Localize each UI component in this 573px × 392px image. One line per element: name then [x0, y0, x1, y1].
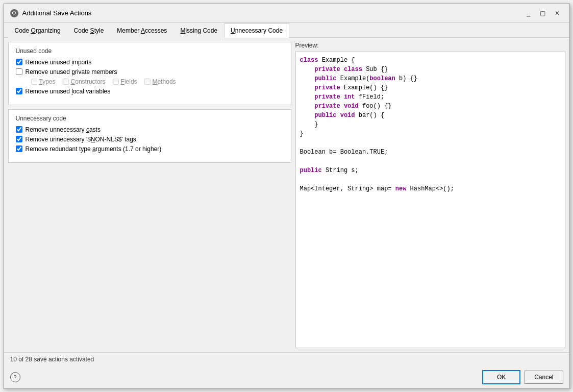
content-area: Unused code Remove unused imports Remove… [4, 38, 569, 352]
minimize-button[interactable]: ⎯ [522, 8, 535, 18]
code-line: public Example(boolean b) {} [300, 74, 561, 83]
button-bar-left: ? [10, 372, 479, 382]
remove-unused-imports-checkbox[interactable] [16, 59, 22, 65]
unused-code-title: Unused code [16, 47, 284, 55]
remove-unused-local-variables-label: Remove unused local variables [26, 88, 111, 95]
remove-unused-private-members-row: Remove unused private members [16, 68, 284, 76]
remove-redundant-type-row: Remove redundant type arguments (1.7 or … [16, 145, 284, 153]
remove-unused-imports-label: Remove unused imports [26, 59, 92, 66]
dialog: ⚙ Additional Save Actions ⎯ ▢ ✕ Code Org… [4, 4, 570, 389]
code-preview[interactable]: class Example { private class Sub {} pub… [295, 51, 565, 348]
remove-unused-private-members-label: Remove unused private members [26, 68, 117, 76]
code-line [300, 175, 561, 184]
code-line: private Example() {} [300, 83, 561, 92]
code-line: private void foo() {} [300, 102, 561, 111]
code-line: } [300, 120, 561, 129]
code-line: private int fField; [300, 92, 561, 102]
tab-code-style[interactable]: Code Style [67, 23, 111, 38]
code-line: public void bar() { [300, 111, 561, 120]
tab-unnecessary-code[interactable]: Unnecessary Code [224, 23, 289, 38]
remove-redundant-type-label: Remove redundant type arguments (1.7 or … [26, 145, 162, 153]
code-line: } [300, 129, 561, 138]
code-line: private class Sub {} [300, 65, 561, 74]
remove-unnecessary-nls-label: Remove unnecessary '$NON-NLS$' tags [26, 136, 136, 143]
types-checkbox[interactable] [31, 79, 37, 85]
code-line [300, 157, 561, 166]
close-button[interactable]: ✕ [551, 8, 563, 18]
tab-code-organizing[interactable]: Code Organizing [8, 23, 67, 38]
app-icon: ⚙ [10, 9, 18, 17]
remove-unused-local-variables-checkbox[interactable] [16, 88, 22, 94]
remove-unnecessary-casts-checkbox[interactable] [16, 126, 22, 133]
sub-options: Types Constructors Fields Methods [31, 78, 284, 85]
tab-missing-code[interactable]: Missing Code [173, 23, 224, 38]
button-bar: ? OK Cancel [4, 366, 569, 388]
remove-unnecessary-casts-label: Remove unnecessary casts [26, 126, 101, 133]
unnecessary-code-section: Unnecessary code Remove unnecessary cast… [8, 109, 291, 163]
title-bar-controls: ⎯ ▢ ✕ [522, 8, 563, 18]
preview-label: Preview: [295, 42, 565, 49]
methods-checkbox[interactable] [144, 79, 151, 85]
types-suboption: Types [31, 78, 56, 85]
unused-code-section: Unused code Remove unused imports Remove… [8, 42, 291, 105]
cancel-button[interactable]: Cancel [525, 371, 563, 384]
remove-unused-local-variables-row: Remove unused local variables [16, 88, 284, 95]
code-line: public String s; [300, 166, 561, 175]
remove-unused-private-members-checkbox[interactable] [16, 68, 22, 75]
right-panel: Preview: class Example { private class S… [295, 42, 565, 348]
constructors-checkbox[interactable] [63, 79, 69, 85]
remove-unnecessary-nls-row: Remove unnecessary '$NON-NLS$' tags [16, 136, 284, 143]
tab-member-accesses[interactable]: Member Accesses [110, 23, 173, 38]
code-line: Boolean b= Boolean.TRUE; [300, 148, 561, 157]
constructors-label: Constructors [71, 78, 106, 85]
title-bar-left: ⚙ Additional Save Actions [10, 9, 92, 17]
maximize-button[interactable]: ▢ [537, 8, 549, 18]
title-bar: ⚙ Additional Save Actions ⎯ ▢ ✕ [4, 4, 569, 23]
dialog-title: Additional Save Actions [22, 9, 92, 17]
types-label: Types [39, 78, 56, 85]
unnecessary-code-title: Unnecessary code [16, 115, 284, 122]
code-line [300, 138, 561, 148]
methods-label: Methods [153, 78, 176, 85]
help-button[interactable]: ? [10, 372, 20, 382]
status-text: 10 of 28 save actions activated [10, 356, 94, 363]
left-panel: Unused code Remove unused imports Remove… [8, 42, 291, 348]
remove-unused-imports-row: Remove unused imports [16, 59, 284, 66]
methods-suboption: Methods [144, 78, 176, 85]
remove-redundant-type-checkbox[interactable] [16, 145, 22, 152]
fields-suboption: Fields [113, 78, 137, 85]
constructors-suboption: Constructors [63, 78, 106, 85]
code-line: class Example { [300, 56, 561, 65]
code-line: Map<Integer, String> map= new HashMap<>(… [300, 184, 561, 193]
fields-checkbox[interactable] [113, 79, 119, 85]
remove-unnecessary-nls-checkbox[interactable] [16, 136, 22, 142]
tabs-bar: Code Organizing Code Style Member Access… [4, 23, 569, 38]
remove-unnecessary-casts-row: Remove unnecessary casts [16, 126, 284, 133]
footer-bar: 10 of 28 save actions activated [4, 352, 569, 366]
fields-label: Fields [121, 78, 137, 85]
ok-button[interactable]: OK [482, 370, 520, 384]
